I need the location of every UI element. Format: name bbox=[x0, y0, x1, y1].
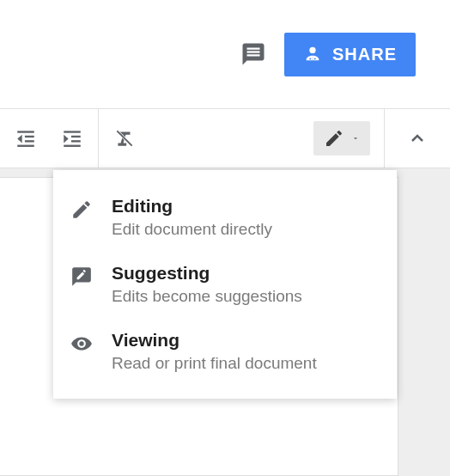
menu-item-suggesting[interactable]: Suggesting Edits become suggestions bbox=[53, 251, 397, 318]
svg-rect-2 bbox=[246, 54, 259, 56]
pencil-icon bbox=[324, 128, 344, 149]
svg-rect-9 bbox=[17, 131, 34, 132]
svg-rect-14 bbox=[71, 136, 81, 137]
toolbar bbox=[0, 108, 450, 168]
collapse-toolbar-button[interactable] bbox=[402, 123, 433, 154]
pencil-icon bbox=[70, 198, 94, 223]
svg-rect-16 bbox=[64, 145, 81, 147]
menu-item-desc: Edit document directly bbox=[112, 220, 380, 239]
svg-rect-13 bbox=[64, 131, 81, 132]
suggest-icon bbox=[70, 265, 94, 290]
eye-icon bbox=[70, 333, 94, 357]
editing-mode-menu: Editing Edit document directly Suggestin… bbox=[53, 170, 397, 399]
dropdown-caret-icon bbox=[351, 134, 360, 143]
svg-rect-0 bbox=[246, 48, 259, 50]
share-button[interactable]: SHARE bbox=[284, 33, 416, 76]
svg-rect-1 bbox=[246, 51, 259, 52]
menu-item-desc: Edits become suggestions bbox=[112, 287, 380, 306]
menu-item-desc: Read or print final document bbox=[112, 354, 380, 373]
editing-mode-button[interactable] bbox=[313, 121, 370, 156]
indent-decrease-button[interactable] bbox=[10, 123, 41, 154]
menu-item-editing[interactable]: Editing Edit document directly bbox=[53, 184, 397, 251]
indent-increase-button[interactable] bbox=[57, 123, 88, 154]
svg-rect-15 bbox=[71, 140, 81, 142]
svg-point-7 bbox=[309, 58, 311, 60]
svg-point-3 bbox=[309, 47, 315, 53]
clear-formatting-button[interactable] bbox=[109, 123, 140, 154]
menu-item-title: Viewing bbox=[112, 330, 380, 351]
share-button-label: SHARE bbox=[332, 45, 397, 64]
svg-rect-10 bbox=[25, 136, 34, 137]
menu-item-viewing[interactable]: Viewing Read or print final document bbox=[53, 318, 397, 385]
menu-item-title: Suggesting bbox=[112, 263, 380, 284]
share-person-icon bbox=[303, 45, 322, 64]
svg-point-8 bbox=[314, 58, 316, 60]
svg-rect-11 bbox=[25, 140, 34, 142]
comment-history-icon[interactable] bbox=[240, 40, 267, 68]
svg-point-17 bbox=[79, 341, 83, 345]
svg-rect-12 bbox=[17, 145, 34, 147]
header-bar: SHARE bbox=[0, 0, 450, 108]
menu-item-title: Editing bbox=[112, 196, 380, 217]
